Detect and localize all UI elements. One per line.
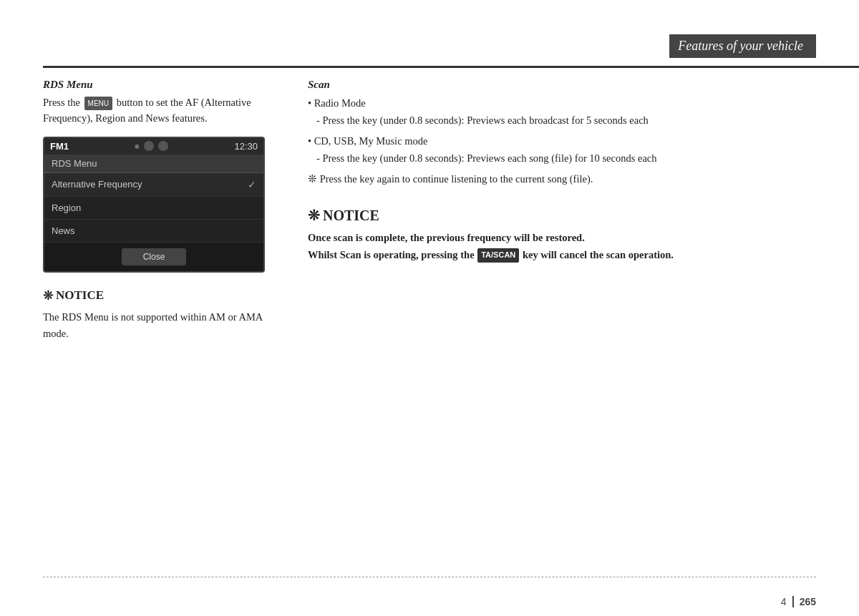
page-header: Features of your vehicle	[0, 0, 859, 72]
scan-bullet-list: Radio Mode Press the key (under 0.8 seco…	[308, 95, 816, 187]
page-footer: 4 265	[0, 577, 859, 616]
bluetooth-icon: ⎈	[135, 142, 140, 150]
battery-icon	[158, 141, 168, 151]
bullet-cd-sub: Press the key (under 0.8 seconds): Previ…	[308, 150, 816, 166]
bullet-notice-text: Press the key again to continue listenin…	[320, 173, 593, 185]
screen-menu-title: RDS Menu	[44, 155, 263, 173]
left-notice-title: ❊ NOTICE	[43, 288, 279, 303]
check-icon: ✓	[248, 179, 256, 190]
notice-line1: Once scan is complete, the previous freq…	[308, 232, 585, 243]
left-column: RDS Menu Press the MENU button to set th…	[43, 79, 279, 573]
notice-line3: key will cancel the scan operation.	[523, 249, 674, 260]
menu-button-icon: MENU	[84, 97, 112, 110]
main-content: RDS Menu Press the MENU button to set th…	[43, 79, 816, 573]
intro-text-1: Press the	[43, 97, 80, 108]
right-notice-body: Once scan is complete, the previous freq…	[308, 230, 816, 263]
close-button[interactable]: Close	[122, 248, 187, 265]
left-notice: ❊ NOTICE The RDS Menu is not supported w…	[43, 288, 279, 342]
signal-icon	[144, 141, 154, 151]
scan-title: Scan	[308, 79, 816, 91]
footer-divider	[43, 577, 816, 577]
right-notice: ❊ NOTICE Once scan is complete, the prev…	[308, 207, 816, 263]
right-column: Scan Radio Mode Press the key (under 0.8…	[308, 79, 816, 573]
rds-menu-title: RDS Menu	[43, 79, 279, 91]
page-number: 265	[794, 596, 816, 607]
bullet-radio-label: Radio Mode	[314, 97, 366, 109]
notice-symbol: ❊	[43, 288, 53, 303]
header-title: Features of your vehicle	[678, 39, 803, 54]
chapter-number: 4	[781, 596, 794, 607]
rds-intro-text: Press the MENU button to set the AF (Alt…	[43, 95, 279, 127]
bullet-cd-sub-text: Press the key (under 0.8 seconds): Previ…	[322, 152, 656, 164]
header-title-bar: Features of your vehicle	[669, 34, 816, 58]
right-notice-title: ❊ NOTICE	[308, 207, 816, 224]
fm-label: FM1	[50, 141, 69, 152]
screen-mockup: FM1 ⎈ 12:30 RDS Menu Alternative Frequen…	[43, 137, 265, 273]
page-info: 4 265	[781, 596, 816, 607]
notice-line2: Whilst Scan is operating, pressing the	[308, 249, 475, 260]
menu-item-label: News	[52, 225, 75, 236]
notice-label-right: NOTICE	[323, 207, 379, 224]
menu-item-alt-freq: Alternative Frequency ✓	[44, 173, 263, 197]
bullet-cd-usb: CD, USB, My Music mode	[308, 133, 816, 149]
bullet-notice: Press the key again to continue listenin…	[308, 171, 816, 187]
left-notice-text: The RDS Menu is not supported within AM …	[43, 309, 279, 342]
bullet-radio-sub-text: Press the key (under 0.8 seconds): Previ…	[322, 114, 648, 126]
menu-item-label: Alternative Frequency	[52, 179, 142, 190]
screen-close-row: Close	[44, 243, 263, 271]
ta-scan-button-label: TA/SCAN	[477, 248, 519, 263]
screen-top-bar: FM1 ⎈ 12:30	[44, 138, 263, 155]
bullet-radio-sub: Press the key (under 0.8 seconds): Previ…	[308, 112, 816, 128]
notice-symbol-right: ❊	[308, 207, 320, 224]
screen-time: 12:30	[234, 141, 258, 152]
notice-label: NOTICE	[56, 288, 104, 303]
screen-icons: ⎈	[135, 141, 168, 151]
scan-section: Scan Radio Mode Press the key (under 0.8…	[308, 79, 816, 187]
menu-item-news: News	[44, 220, 263, 243]
header-divider	[43, 66, 859, 68]
menu-item-label: Region	[52, 202, 81, 213]
bullet-cd-label: CD, USB, My Music mode	[314, 135, 428, 147]
bullet-radio-mode: Radio Mode	[308, 95, 816, 111]
menu-item-region: Region	[44, 197, 263, 220]
